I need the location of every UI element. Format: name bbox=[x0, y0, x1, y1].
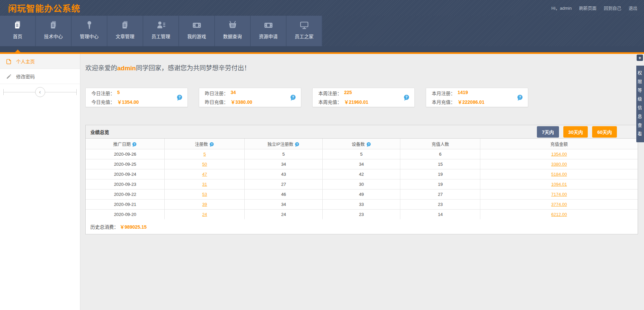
registrations-link[interactable]: 24 bbox=[202, 212, 207, 217]
logout-link[interactable]: 退出 bbox=[629, 5, 637, 11]
gamepad-icon bbox=[192, 20, 202, 30]
stat-value: ￥1354.00 bbox=[117, 98, 139, 105]
file-icon bbox=[6, 59, 12, 64]
recharge-amount-link[interactable]: 1354.00 bbox=[551, 152, 567, 157]
help-icon[interactable]: ? bbox=[290, 94, 296, 101]
registrations-link[interactable]: 39 bbox=[202, 202, 207, 207]
nav-item-label: 数据查询 bbox=[223, 33, 242, 40]
sidebar-item-change-password[interactable]: 修改密码 bbox=[0, 69, 80, 84]
welcome-message: 欢迎亲爱的admin同学回家，感谢您为共同梦想辛劳付出！ bbox=[85, 63, 638, 72]
table-cell: 23 bbox=[400, 199, 480, 209]
recharge-amount-link[interactable]: 3380.00 bbox=[551, 162, 567, 167]
help-icon[interactable]: ? bbox=[209, 142, 214, 147]
stat-value: 1419 bbox=[458, 90, 468, 96]
gamepad-icon bbox=[263, 20, 273, 30]
stat-card: 本月注册：1419 本月充值：￥222086.01 ? bbox=[426, 88, 528, 107]
collapse-tick bbox=[76, 89, 77, 95]
help-icon[interactable]: ? bbox=[366, 142, 371, 147]
column-header: 推广日期? bbox=[86, 139, 165, 149]
table-cell: 2020-09-20 bbox=[86, 209, 165, 219]
nav-item-home[interactable]: 首页 bbox=[0, 16, 36, 46]
table-row: 2020-09-24474342195184.00 bbox=[86, 169, 638, 179]
help-icon[interactable]: ? bbox=[176, 94, 183, 101]
recharge-amount-link[interactable]: 5184.00 bbox=[551, 172, 567, 177]
nav-item-admin-center[interactable]: 管理中心 bbox=[72, 16, 107, 46]
microphone-icon bbox=[84, 20, 94, 30]
table-cell: 19 bbox=[400, 179, 480, 189]
svg-text:?: ? bbox=[134, 143, 135, 146]
nav-item-label: 文章管理 bbox=[116, 33, 135, 40]
performance-panel: 业绩总览 7天内30天内60天内 推广日期? 注册数? 独立IP注册数? 设备数… bbox=[85, 125, 638, 234]
registrations-link[interactable]: 50 bbox=[202, 162, 207, 167]
nav-item-label: 员工管理 bbox=[152, 33, 170, 40]
document-icon bbox=[49, 20, 59, 30]
nav-item-label: 管理中心 bbox=[80, 33, 99, 40]
active-tab-caret bbox=[15, 50, 20, 52]
table-cell: 2020-09-22 bbox=[86, 189, 165, 199]
table-cell: 47 bbox=[165, 169, 245, 179]
registrations-link[interactable]: 53 bbox=[202, 192, 207, 197]
nav-item-staff-management[interactable]: 员工管理 bbox=[143, 16, 179, 46]
nav-items: 首页 技术中心 管理中心 文章管理 员工管理 我的游戏 数据查询 资源申请 bbox=[0, 16, 644, 46]
nav-item-staff-home[interactable]: 员工之家 bbox=[287, 16, 322, 46]
stat-label: 昨日注册： bbox=[205, 90, 228, 96]
table-cell: 19 bbox=[400, 169, 480, 179]
help-icon[interactable]: ? bbox=[132, 142, 137, 147]
recharge-amount-link[interactable]: 6212.00 bbox=[551, 212, 567, 217]
table-cell: 3774.00 bbox=[480, 199, 638, 209]
collapse-sidebar-button[interactable]: ‹ bbox=[35, 87, 45, 97]
filter-30-days-button[interactable]: 30天内 bbox=[563, 126, 588, 138]
recharge-amount-link[interactable]: 3774.00 bbox=[551, 202, 567, 207]
pencil-icon bbox=[6, 74, 12, 79]
table-cell: 23 bbox=[322, 209, 400, 219]
stat-value: ￥21960.01 bbox=[344, 98, 368, 105]
refresh-page-link[interactable]: 刷新页面 bbox=[579, 5, 596, 11]
permission-level-tab[interactable]: 权限等级信息查看 bbox=[636, 66, 644, 142]
recharge-amount-link[interactable]: 7174.00 bbox=[551, 192, 567, 197]
stat-card-rows: 本月注册：1419 本月充值：￥222086.01 bbox=[432, 90, 517, 105]
nav-item-data-query[interactable]: 数据查询 bbox=[215, 16, 251, 46]
filter-7-days-button[interactable]: 7天内 bbox=[537, 126, 559, 138]
sidebar-item-label: 修改密码 bbox=[16, 73, 35, 80]
table-cell: 5 bbox=[245, 149, 323, 159]
table-cell: 42 bbox=[322, 169, 400, 179]
column-header: 充值金额 bbox=[480, 139, 638, 149]
table-cell: 31 bbox=[165, 179, 245, 189]
svg-text:?: ? bbox=[368, 143, 370, 146]
welcome-username: admin bbox=[117, 65, 136, 72]
registrations-link[interactable]: 47 bbox=[202, 172, 207, 177]
table-cell: 2020-09-24 bbox=[86, 169, 165, 179]
help-icon[interactable]: ? bbox=[517, 94, 523, 101]
page: 闲玩智能办公系统 Hi，admin刷新页面回到自己退出 首页 技术中心 管理中心… bbox=[0, 0, 644, 310]
back-to-self-link[interactable]: 回到自己 bbox=[604, 5, 621, 11]
sidebar: 个人主页 修改密码 ‹ bbox=[0, 54, 80, 310]
nav-item-resource-application[interactable]: 资源申请 bbox=[251, 16, 287, 46]
filter-60-days-button[interactable]: 60天内 bbox=[592, 126, 617, 138]
help-icon[interactable]: ? bbox=[295, 142, 300, 147]
registrations-link[interactable]: 5 bbox=[204, 152, 206, 157]
expand-tab-button[interactable]: + bbox=[637, 55, 643, 61]
top-header: 闲玩智能办公系统 Hi，admin刷新页面回到自己退出 bbox=[0, 0, 644, 16]
welcome-suffix: 同学回家，感谢您为共同梦想辛劳付出！ bbox=[136, 65, 250, 72]
nav-item-label: 首页 bbox=[13, 33, 22, 40]
stat-card: 本周注册：225 本周充值：￥21960.01 ? bbox=[312, 88, 415, 107]
recharge-amount-link[interactable]: 1094.01 bbox=[551, 182, 567, 187]
table-cell: 24 bbox=[165, 209, 245, 219]
table-cell: 1094.01 bbox=[480, 179, 638, 189]
nav-item-article-management[interactable]: 文章管理 bbox=[107, 16, 143, 46]
sidebar-item-personal-home[interactable]: 个人主页 bbox=[0, 54, 80, 69]
monitor-icon bbox=[299, 20, 309, 30]
table-cell: 30 bbox=[322, 179, 400, 189]
people-icon bbox=[156, 20, 166, 30]
help-icon[interactable]: ? bbox=[403, 94, 410, 101]
nav-item-my-games[interactable]: 我的游戏 bbox=[179, 16, 215, 46]
nav-item-label: 员工之家 bbox=[295, 33, 314, 40]
panel-title: 业绩总览 bbox=[90, 129, 109, 135]
svg-text:?: ? bbox=[296, 143, 298, 146]
nav-item-tech-center[interactable]: 技术中心 bbox=[36, 16, 72, 46]
total-consumption-value: ￥989025.15 bbox=[120, 224, 147, 230]
table-cell: 39 bbox=[165, 199, 245, 209]
welcome-prefix: 欢迎亲爱的 bbox=[85, 65, 117, 72]
registrations-link[interactable]: 31 bbox=[202, 182, 207, 187]
table-cell: 27 bbox=[400, 189, 480, 199]
